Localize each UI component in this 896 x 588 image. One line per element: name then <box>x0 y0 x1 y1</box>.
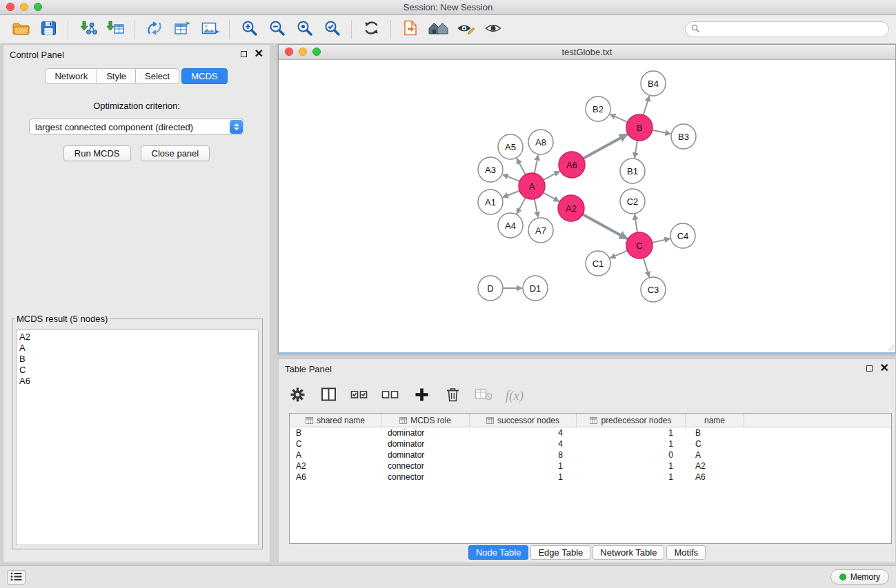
home-button[interactable] <box>424 18 452 41</box>
resize-grip-icon[interactable] <box>886 343 895 352</box>
tab-motifs[interactable]: Motifs <box>666 545 706 560</box>
show-hide-button[interactable] <box>479 18 507 41</box>
select-all-button[interactable] <box>349 385 370 406</box>
unselect-all-button[interactable] <box>380 385 401 406</box>
table-cell-filler <box>744 449 891 460</box>
column-header-successor-nodes[interactable]: successor nodes <box>470 414 577 427</box>
mcds-result-item[interactable]: A <box>19 343 258 354</box>
network-close-button[interactable] <box>285 48 293 56</box>
minimize-window-button[interactable] <box>20 3 28 11</box>
close-panel-button[interactable]: Close panel <box>141 145 210 161</box>
table-row[interactable]: Adominator80A <box>290 449 891 460</box>
network-window-controls <box>285 48 321 56</box>
graph-edge-C-C3[interactable] <box>644 258 650 277</box>
new-table-button[interactable] <box>168 18 196 41</box>
table-cell-filler <box>744 438 891 449</box>
list-icon <box>10 571 22 584</box>
column-header-mcds-role[interactable]: MCDS role <box>381 414 470 427</box>
import-table-button[interactable] <box>101 18 129 41</box>
eye-pencil-icon <box>457 20 475 39</box>
delete-table-button[interactable] <box>473 385 494 406</box>
criterion-select[interactable]: largest connected component (directed) <box>29 119 244 135</box>
graph-edge-B-B4[interactable] <box>644 96 650 115</box>
graph-edge-A-A2[interactable] <box>544 192 559 201</box>
zoom-fit-icon <box>296 19 313 39</box>
save-session-button[interactable] <box>34 18 62 41</box>
graph-edge-A-A1[interactable] <box>503 191 520 197</box>
column-header-shared-name[interactable]: shared name <box>290 414 381 427</box>
graph-edge-C-C2[interactable] <box>635 214 637 232</box>
optimization-criterion-label: Optimization criterion: <box>3 101 270 111</box>
mcds-result-item[interactable]: C <box>19 365 258 376</box>
table-options-button[interactable] <box>287 385 308 406</box>
graph-edge-C-C1[interactable] <box>610 251 627 258</box>
column-header-name[interactable]: name <box>686 414 744 427</box>
mcds-result-item[interactable]: A6 <box>19 376 258 387</box>
mcds-result-list[interactable]: A2ABCA6 <box>16 330 259 545</box>
window-title: Session: New Session <box>0 0 896 14</box>
zoom-out-icon <box>268 19 286 39</box>
tab-edge-table[interactable]: Edge Table <box>530 545 590 560</box>
table-cell: dominator <box>381 438 470 449</box>
graph-edge-A-A3[interactable] <box>503 174 520 181</box>
graph-edge-A-A8[interactable] <box>535 155 538 174</box>
zoom-selected-button[interactable] <box>318 18 346 41</box>
checked-boxes-icon <box>350 387 368 404</box>
eye-icon <box>484 20 502 39</box>
graph-edge-C-C4[interactable] <box>653 239 670 243</box>
mcds-result-item[interactable]: B <box>19 354 258 365</box>
network-minimize-button[interactable] <box>299 48 307 56</box>
float-panel-icon[interactable] <box>866 365 873 372</box>
graph-edge-A-A4[interactable] <box>517 198 526 214</box>
graph-edge-A-A6[interactable] <box>544 171 560 180</box>
tab-network[interactable]: Network <box>45 68 97 84</box>
network-zoom-button[interactable] <box>312 48 321 56</box>
network-canvas[interactable]: B4B2BB3A5A8A6B1A3AC2A1A2A4A7C4CC1C3DD1 <box>279 60 895 352</box>
network-graph[interactable]: B4B2BB3A5A8A6B1A3AC2A1A2A4A7C4CC1C3DD1 <box>279 60 895 352</box>
apply-layout-button[interactable] <box>357 18 385 41</box>
mcds-result-item[interactable]: A2 <box>19 332 258 343</box>
graph-edge-A2-C[interactable] <box>583 214 628 239</box>
export-image-button[interactable] <box>196 18 223 41</box>
zoom-fit-button[interactable] <box>290 18 318 41</box>
tab-network-table[interactable]: Network Table <box>593 545 664 560</box>
add-row-button[interactable] <box>411 385 432 406</box>
float-panel-icon[interactable] <box>241 51 247 57</box>
graph-edge-A-A7[interactable] <box>535 199 538 218</box>
graph-edge-A6-B[interactable] <box>584 134 628 159</box>
graph-edge-A-A5[interactable] <box>517 159 526 175</box>
table-row[interactable]: A6connector11A6 <box>290 472 891 483</box>
table-row[interactable]: Bdominator41B <box>290 427 891 438</box>
graph-edge-B-B1[interactable] <box>635 141 637 158</box>
task-history-button[interactable] <box>7 570 26 585</box>
graph-edge-B-B3[interactable] <box>653 130 671 134</box>
tab-style[interactable]: Style <box>97 68 136 84</box>
search-field[interactable] <box>685 21 889 37</box>
graphics-details-button[interactable] <box>452 18 479 41</box>
search-input[interactable] <box>703 22 888 37</box>
export-page-button[interactable] <box>397 18 424 41</box>
zoom-window-button[interactable] <box>34 3 42 11</box>
graph-node-label: A7 <box>535 225 546 236</box>
show-columns-button[interactable] <box>318 385 339 406</box>
graph-edge-B-B2[interactable] <box>610 114 627 122</box>
close-panel-icon[interactable]: ✕ <box>880 365 889 372</box>
table-row[interactable]: Cdominator41C <box>290 438 891 449</box>
run-mcds-button[interactable]: Run MCDS <box>63 145 131 161</box>
close-window-button[interactable] <box>6 3 14 11</box>
memory-button[interactable]: Memory <box>830 569 889 585</box>
zoom-out-button[interactable] <box>263 18 290 41</box>
new-network-button[interactable] <box>141 18 168 41</box>
import-network-button[interactable] <box>74 18 101 41</box>
zoom-in-button[interactable] <box>235 18 263 41</box>
tab-node-table[interactable]: Node Table <box>468 545 529 560</box>
tab-select[interactable]: Select <box>135 68 179 84</box>
table-row[interactable]: A2connector11A2 <box>290 460 891 472</box>
function-builder-button[interactable]: f(x) <box>504 385 525 406</box>
column-header-predecessor-nodes[interactable]: predecessor nodes <box>577 414 686 427</box>
mcds-result-title: MCDS result (5 nodes) <box>14 314 110 324</box>
delete-rows-button[interactable] <box>442 385 463 406</box>
tab-mcds[interactable]: MCDS <box>181 68 227 84</box>
close-panel-icon[interactable]: ✕ <box>255 50 263 57</box>
open-session-button[interactable] <box>7 18 34 41</box>
